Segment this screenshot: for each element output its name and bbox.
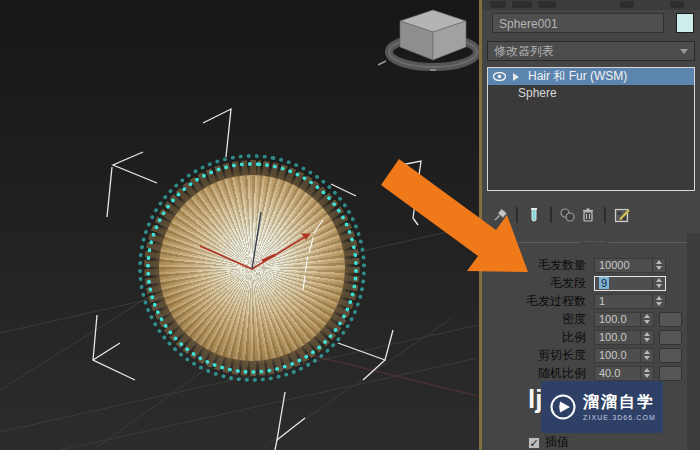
param-value[interactable]: 40.0 [595, 367, 640, 380]
toolbar-separator [516, 207, 518, 223]
spinner-control[interactable] [640, 313, 653, 326]
make-unique-icon[interactable] [558, 205, 578, 225]
watermark-brand: 溜溜自学 [583, 393, 656, 411]
hair-parameters: 毛发数量 10000 毛发段 9 毛发过程数 1 密度 100.0 [488, 256, 694, 382]
param-row-cut-length: 剪切长度 100.0 [488, 346, 694, 364]
param-value[interactable]: 100.0 [595, 313, 640, 326]
param-row-scale: 比例 100.0 [488, 328, 694, 346]
param-row-hair-passes: 毛发过程数 1 [488, 292, 694, 310]
param-label: 毛发过程数 [488, 293, 594, 310]
visibility-eye-icon[interactable] [493, 72, 506, 81]
param-row-density: 密度 100.0 [488, 310, 694, 328]
panel-tab-icon[interactable] [620, 1, 634, 8]
scale-input[interactable]: 100.0 [594, 330, 654, 345]
stack-row-label: Sphere [518, 86, 557, 100]
modifier-list-dropdown[interactable]: 修改器列表 [487, 41, 695, 61]
random-scale-input[interactable]: 40.0 [594, 366, 654, 381]
expand-triangle-icon[interactable] [513, 73, 519, 81]
density-map-button[interactable] [659, 312, 682, 327]
interpolate-checkbox[interactable]: ✓ [528, 437, 540, 449]
spinner-control[interactable] [652, 259, 665, 272]
stack-row-hair-and-fur[interactable]: Hair 和 Fur (WSM) [488, 68, 694, 85]
cut-length-input[interactable]: 100.0 [594, 348, 654, 363]
param-value[interactable]: 100.0 [595, 349, 640, 362]
configure-modifier-sets-icon[interactable] [612, 205, 632, 225]
modifier-list-label: 修改器列表 [494, 44, 554, 58]
panel-tab-icon[interactable] [512, 1, 532, 8]
toolbar-separator [604, 207, 606, 223]
panel-tab-icon[interactable] [490, 1, 506, 8]
rollout-drag-handle[interactable]: ······· [580, 237, 609, 246]
panel-scrollbar[interactable] [687, 233, 700, 450]
param-label: 密度 [488, 311, 594, 328]
density-input[interactable]: 100.0 [594, 312, 654, 327]
stack-row-sphere[interactable]: Sphere [488, 85, 694, 101]
param-value[interactable]: 1 [595, 295, 652, 308]
spinner-control[interactable] [640, 367, 653, 380]
viewport-3d[interactable] [0, 0, 479, 450]
random-scale-map-button[interactable] [659, 366, 682, 381]
cut-length-map-button[interactable] [659, 348, 682, 363]
command-panel-tabs[interactable] [482, 0, 700, 10]
white-guide-line [303, 220, 323, 290]
spinner-control[interactable] [652, 295, 665, 308]
object-name-input[interactable]: Sphere001 [492, 13, 664, 33]
stack-row-label: Hair 和 Fur (WSM) [528, 68, 627, 85]
param-value[interactable]: 9 [595, 277, 652, 290]
panel-tab-icon[interactable] [538, 1, 556, 8]
scale-map-button[interactable] [659, 330, 682, 345]
watermark-play-logo-icon [549, 393, 577, 421]
param-row-hair-segments: 毛发段 9 [488, 274, 694, 292]
toolbar-separator [550, 207, 552, 223]
remove-modifier-icon[interactable] [578, 205, 598, 225]
pin-stack-icon[interactable] [490, 205, 510, 225]
param-label: 随机比例 [488, 365, 594, 382]
dark-axis-line [252, 212, 261, 269]
param-row-random-scale: 随机比例 40.0 [488, 364, 694, 382]
param-value[interactable]: 10000 [595, 259, 652, 272]
red-axis-tick [262, 255, 275, 261]
spinner-control[interactable] [652, 277, 665, 290]
interpolate-label: 插值 [545, 434, 569, 450]
interpolate-row: ✓ 插值 [528, 434, 569, 450]
spinner-control[interactable] [640, 331, 653, 344]
param-label: 毛发段 [488, 275, 594, 292]
param-label: 毛发数量 [488, 257, 594, 274]
gizmo-overlay [0, 0, 479, 450]
param-label: 比例 [488, 329, 594, 346]
chevron-down-icon [680, 49, 688, 54]
param-row-hair-count: 毛发数量 10000 [488, 256, 694, 274]
param-value[interactable]: 100.0 [595, 331, 640, 344]
param-label: 剪切长度 [488, 347, 594, 364]
object-color-swatch[interactable] [676, 13, 694, 33]
hair-count-input[interactable]: 10000 [594, 258, 666, 273]
command-panel: Sphere001 修改器列表 Hair 和 Fur (WSM) Sphere [482, 0, 700, 450]
watermark-url: zixue.3d66.com [583, 414, 656, 421]
panel-tab-icon[interactable] [670, 1, 684, 8]
watermark: 溜溜自学 zixue.3d66.com [541, 381, 663, 433]
modifier-stack: Hair 和 Fur (WSM) Sphere [487, 67, 695, 191]
spinner-control[interactable] [640, 349, 653, 362]
hair-segments-input[interactable]: 9 [594, 276, 666, 291]
show-end-result-icon[interactable] [524, 205, 544, 225]
hair-passes-input[interactable]: 1 [594, 294, 666, 309]
modifier-stack-toolbar [490, 203, 632, 227]
